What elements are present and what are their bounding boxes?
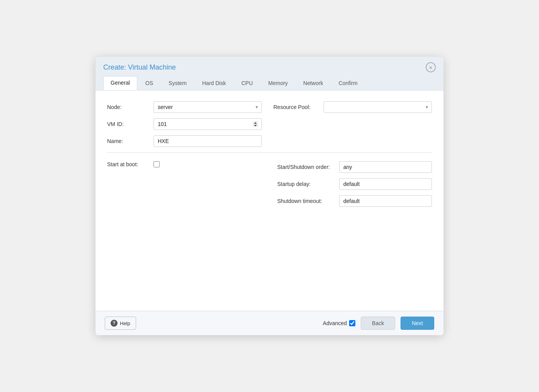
- tab-system[interactable]: System: [161, 77, 194, 90]
- tab-general[interactable]: General: [103, 76, 137, 90]
- title-row: Create: Virtual Machine ×: [103, 62, 436, 72]
- section-divider: [107, 152, 432, 153]
- vmid-label: VM ID:: [107, 121, 154, 127]
- node-select[interactable]: server: [154, 101, 262, 113]
- close-button[interactable]: ×: [426, 62, 436, 72]
- start-at-boot-label: Start at boot:: [107, 161, 154, 167]
- shutdown-timeout-input[interactable]: [339, 195, 432, 207]
- tab-bar: General OS System Hard Disk CPU Memory N…: [103, 76, 436, 90]
- tab-network[interactable]: Network: [296, 77, 330, 90]
- start-at-boot-checkbox-wrapper: [154, 161, 160, 167]
- start-shutdown-order-input[interactable]: [339, 161, 432, 173]
- tab-memory[interactable]: Memory: [261, 77, 295, 90]
- resource-pool-field-group: Resource Pool: ▾: [273, 101, 432, 113]
- help-label: Help: [120, 320, 130, 326]
- footer-right: Advanced Back Next: [323, 317, 434, 330]
- start-at-boot-checkbox[interactable]: [154, 161, 160, 167]
- back-button[interactable]: Back: [361, 317, 395, 330]
- resource-pool-select-wrapper: ▾: [324, 101, 432, 113]
- node-select-wrapper: server ▾: [154, 101, 262, 113]
- shutdown-timeout-row: Shutdown timeout:: [277, 195, 432, 207]
- close-icon: ×: [429, 65, 433, 70]
- tab-hard-disk[interactable]: Hard Disk: [195, 77, 233, 90]
- node-field-group: Node: server ▾: [107, 101, 262, 113]
- startup-delay-row: Startup delay:: [277, 178, 432, 190]
- tab-cpu[interactable]: CPU: [234, 77, 260, 90]
- tab-os[interactable]: OS: [138, 77, 160, 90]
- name-label: Name:: [107, 138, 154, 144]
- name-row: Name:: [107, 135, 432, 147]
- vmid-spinbox-wrapper: [154, 118, 262, 130]
- resource-pool-select[interactable]: [324, 101, 432, 113]
- dialog-footer: ? Help Advanced Back Next: [96, 311, 443, 335]
- boot-section: Start at boot: Start/Shutdown order: Sta…: [107, 161, 432, 212]
- next-button[interactable]: Next: [401, 317, 434, 330]
- node-label: Node:: [107, 104, 154, 110]
- start-shutdown-order-row: Start/Shutdown order:: [277, 161, 432, 173]
- dialog-title: Create: Virtual Machine: [103, 63, 176, 72]
- dialog-body: Node: server ▾ Resource Pool: ▾: [96, 90, 443, 311]
- vmid-row: VM ID:: [107, 118, 432, 130]
- advanced-text: Advanced: [323, 320, 347, 326]
- startup-delay-label: Startup delay:: [277, 181, 339, 187]
- name-input[interactable]: [154, 135, 262, 147]
- advanced-label[interactable]: Advanced: [323, 320, 355, 326]
- resource-pool-label: Resource Pool:: [273, 104, 324, 110]
- boot-right: Start/Shutdown order: Startup delay: Shu…: [277, 161, 432, 212]
- create-vm-dialog: Create: Virtual Machine × General OS Sys…: [96, 57, 443, 335]
- startup-delay-input[interactable]: [339, 178, 432, 190]
- advanced-checkbox[interactable]: [349, 320, 355, 326]
- help-icon: ?: [111, 320, 118, 327]
- start-at-boot-row: Start at boot:: [107, 161, 270, 167]
- start-shutdown-order-label: Start/Shutdown order:: [277, 164, 339, 170]
- tab-confirm[interactable]: Confirm: [331, 77, 365, 90]
- boot-left: Start at boot:: [107, 161, 270, 212]
- dialog-header: Create: Virtual Machine × General OS Sys…: [96, 57, 443, 90]
- node-resource-row: Node: server ▾ Resource Pool: ▾: [107, 101, 432, 113]
- help-button[interactable]: ? Help: [105, 317, 136, 330]
- vmid-input[interactable]: [154, 118, 262, 130]
- shutdown-timeout-label: Shutdown timeout:: [277, 198, 339, 204]
